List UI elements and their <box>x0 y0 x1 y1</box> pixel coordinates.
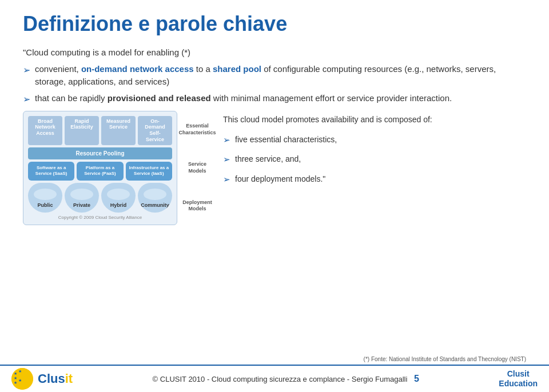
right-bullet-3-text: four deployment models." <box>235 173 325 185</box>
footer-center: © CLUSIT 2010 - Cloud computing sicurezz… <box>73 374 499 384</box>
bullet-2: ➢ that can be rapidly provisioned and re… <box>23 92 526 106</box>
diagram-section: BroadNetwork Access Rapid Elasticity Mea… <box>23 111 526 225</box>
svg-text:★: ★ <box>14 381 17 385</box>
footer: ★ ★ ★ ★ ★ Clusit © CLUSIT 2010 - Cloud c… <box>0 365 549 392</box>
bullet-2-text: that can be rapidly provisioned and rele… <box>35 92 452 105</box>
bullet-arrow-2: ➢ <box>23 93 30 106</box>
svg-text:★: ★ <box>14 376 17 380</box>
highlight-provisioned: provisioned and released <box>108 93 211 103</box>
sm-cell-paas: Platform as aService (PaaS) <box>77 162 123 181</box>
dm-cell-private: Private <box>65 183 99 213</box>
logo-it: it <box>65 371 73 386</box>
bullet-1: ➢ convenient, on-demand network access t… <box>23 63 526 89</box>
right-arrow-3: ➢ <box>223 173 230 186</box>
right-arrow-1: ➢ <box>223 134 230 147</box>
svg-text:★: ★ <box>14 371 17 375</box>
footnote: (*) Fonte: National Institute of Standar… <box>364 356 526 362</box>
slide-title: Definizione e parole chiave <box>23 11 526 36</box>
label-essential: EssentialCharacteristics <box>177 123 217 136</box>
right-intro: This cloud model promotes availability a… <box>223 114 526 126</box>
resource-pooling-row: Resource Pooling <box>28 147 172 159</box>
dm-row: Public Private Hybrid Community <box>28 183 172 213</box>
ec-cell-1: BroadNetwork Access <box>28 116 62 145</box>
label-deployment: DeploymentModels <box>177 199 217 213</box>
ec-row: BroadNetwork Access Rapid Elasticity Mea… <box>28 116 172 145</box>
ec-cell-4: On-DemandSelf-Service <box>138 116 172 145</box>
right-bullet-2-text: three service, and, <box>235 153 301 165</box>
slide: Definizione e parole chiave "Cloud compu… <box>0 0 549 392</box>
right-bullet-1: ➢ five essential characteristics, <box>223 134 526 147</box>
logo-text: Clusit <box>38 371 73 386</box>
right-bullet-1-text: five essential characteristics, <box>235 134 337 146</box>
logo: ★ ★ ★ ★ ★ Clusit <box>11 368 73 390</box>
intro-quote: "Cloud computing is a model for enabling… <box>23 47 190 57</box>
ec-cell-2: Rapid Elasticity <box>65 116 99 145</box>
left-column: "Cloud computing is a model for enabling… <box>23 46 526 225</box>
footer-text: © CLUSIT 2010 - Cloud computing sicurezz… <box>153 375 408 383</box>
logo-clus: Clus <box>38 371 65 386</box>
intro-text: "Cloud computing is a model for enabling… <box>23 46 526 59</box>
footer-right-text: ClusitEducation <box>499 369 538 389</box>
svg-text:★: ★ <box>18 378 22 382</box>
bullet-arrow-1: ➢ <box>23 63 30 77</box>
bullet-1-text: convenient, on-demand network access to … <box>35 63 526 89</box>
right-bullet-3: ➢ four deployment models." <box>223 173 526 186</box>
svg-text:★: ★ <box>18 369 22 373</box>
right-arrow-2: ➢ <box>223 153 230 166</box>
sm-cell-saas: Software as aService (SaaS) <box>28 162 74 181</box>
right-panel: This cloud model promotes availability a… <box>217 111 526 225</box>
sm-row: Software as aService (SaaS) Platform as … <box>28 162 172 181</box>
logo-svg: ★ ★ ★ ★ ★ <box>11 368 33 390</box>
logo-circle: ★ ★ ★ ★ ★ <box>11 368 33 390</box>
label-service: ServiceModels <box>177 161 217 174</box>
highlight-pool: shared pool <box>213 64 261 74</box>
dm-cell-public: Public <box>28 183 62 213</box>
sm-cell-iaas: Infrastructure as aService (IaaS) <box>126 162 172 181</box>
diagram-labels: EssentialCharacteristics ServiceModels D… <box>177 111 217 225</box>
dm-cell-hybrid: Hybrid <box>101 183 136 213</box>
footer-page: 5 <box>414 374 419 383</box>
highlight-network: on-demand network access <box>81 64 194 74</box>
diagram-copyright: Copyright © 2009 Cloud Security Alliance <box>28 215 172 220</box>
dm-cell-community: Community <box>138 183 172 213</box>
footer-right: ClusitEducation <box>499 369 538 389</box>
cloud-diagram: BroadNetwork Access Rapid Elasticity Mea… <box>23 111 177 225</box>
content-area: "Cloud computing is a model for enabling… <box>23 46 526 225</box>
ec-cell-3: Measured Service <box>101 116 136 145</box>
right-bullet-2: ➢ three service, and, <box>223 153 526 166</box>
